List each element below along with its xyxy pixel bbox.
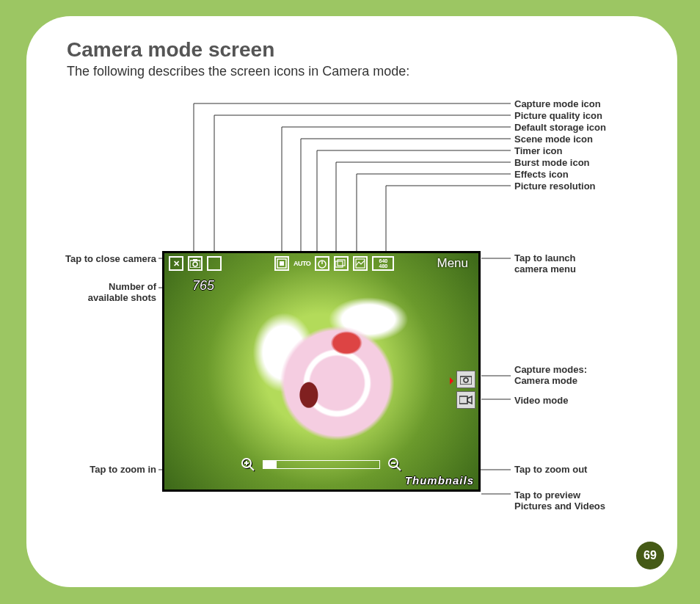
zoom-out-button[interactable] bbox=[386, 456, 404, 473]
capture-mode-switcher bbox=[456, 371, 475, 409]
label-menu-2: camera menu bbox=[514, 264, 576, 275]
video-mode-button[interactable] bbox=[456, 391, 475, 409]
effects-icon[interactable] bbox=[353, 256, 368, 271]
label-zoom-in: Tap to zoom in bbox=[90, 465, 156, 476]
label-capture-mode-icon: Capture mode icon bbox=[514, 99, 601, 110]
thumbnails-button[interactable]: Thumbnails bbox=[405, 474, 474, 487]
label-tap-close: Tap to close camera bbox=[65, 254, 156, 265]
label-thumb-1: Tap to preview bbox=[514, 490, 580, 501]
page-subtitle: The following describes the screen icons… bbox=[67, 64, 409, 79]
burst-mode-icon[interactable] bbox=[334, 256, 349, 271]
svg-rect-25 bbox=[193, 259, 197, 261]
svg-rect-28 bbox=[280, 261, 284, 266]
top-icon-bar: ✕ AUTO 640 480 Menu bbox=[164, 253, 478, 274]
label-video-mode: Video mode bbox=[514, 396, 568, 407]
timer-icon[interactable] bbox=[315, 256, 329, 271]
available-shots-counter: 765 bbox=[192, 278, 214, 294]
label-picture-quality-icon: Picture quality icon bbox=[514, 111, 602, 122]
svg-rect-32 bbox=[338, 260, 345, 266]
page-title: Camera mode screen bbox=[67, 38, 274, 62]
label-effects-icon: Effects icon bbox=[514, 170, 569, 181]
picture-quality-icon[interactable] bbox=[207, 256, 222, 271]
manual-page: Camera mode screen The following describ… bbox=[26, 16, 677, 587]
zoom-bar bbox=[164, 456, 478, 473]
scene-mode-icon[interactable]: AUTO bbox=[294, 256, 310, 271]
label-shots-1: Number of bbox=[109, 282, 156, 293]
svg-line-42 bbox=[396, 466, 401, 470]
label-shots-2: available shots bbox=[88, 293, 156, 304]
svg-rect-31 bbox=[335, 261, 343, 267]
zoom-in-button[interactable] bbox=[239, 456, 257, 473]
camera-screen: ✕ AUTO 640 480 Menu bbox=[162, 251, 481, 492]
label-zoom-out: Tap to zoom out bbox=[514, 465, 587, 476]
svg-point-26 bbox=[193, 262, 197, 266]
default-storage-icon[interactable] bbox=[274, 256, 289, 271]
capture-mode-icon[interactable] bbox=[188, 256, 203, 271]
svg-point-35 bbox=[464, 378, 468, 382]
label-burst-mode-icon: Burst mode icon bbox=[514, 158, 590, 169]
svg-line-38 bbox=[249, 466, 254, 470]
menu-button[interactable]: Menu bbox=[437, 256, 474, 271]
page-number-badge: 69 bbox=[636, 542, 664, 570]
picture-resolution-icon[interactable]: 640 480 bbox=[372, 256, 394, 271]
label-timer-icon: Timer icon bbox=[514, 146, 563, 157]
label-modes-2: Camera mode bbox=[514, 376, 577, 387]
label-modes-1: Capture modes: bbox=[514, 365, 587, 376]
svg-rect-36 bbox=[459, 396, 467, 404]
close-icon[interactable]: ✕ bbox=[169, 256, 183, 271]
label-thumb-2: Pictures and Videos bbox=[514, 501, 605, 512]
label-default-storage-icon: Default storage icon bbox=[514, 123, 606, 134]
label-menu-1: Tap to launch bbox=[514, 253, 576, 264]
label-scene-mode-icon: Scene mode icon bbox=[514, 134, 593, 145]
camera-mode-button[interactable] bbox=[456, 371, 475, 388]
label-picture-resolution: Picture resolution bbox=[514, 181, 596, 192]
zoom-slider[interactable] bbox=[263, 460, 380, 469]
